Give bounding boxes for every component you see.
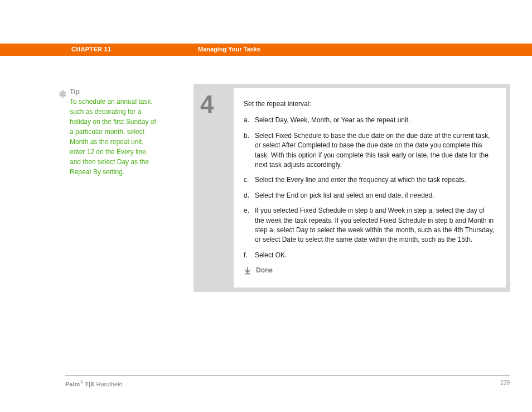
list-item: a. Select Day, Week, Month, or Year as t… bbox=[244, 116, 496, 125]
list-text: Select Fixed Schedule to base the due da… bbox=[255, 131, 496, 170]
step-list: a. Select Day, Week, Month, or Year as t… bbox=[244, 116, 496, 260]
list-marker: d. bbox=[244, 191, 255, 200]
tip-body: To schedule an annual task, such as deco… bbox=[60, 97, 157, 177]
document-page: CHAPTER 11 Managing Your Tasks ✱ Tip To … bbox=[0, 0, 532, 412]
footer-left: Palm® T|X Handheld bbox=[65, 380, 123, 387]
done-row: Done bbox=[244, 266, 496, 275]
tip-label: Tip bbox=[60, 87, 157, 97]
list-text: Select the Every line and enter the freq… bbox=[255, 175, 496, 185]
step-number: 4 bbox=[200, 90, 227, 118]
list-item: e. If you selected Fixed Schedule in ste… bbox=[244, 206, 496, 245]
footer-brand: Palm bbox=[65, 381, 80, 387]
step-content: Set the repeat interval: a. Select Day, … bbox=[234, 88, 506, 288]
arrow-down-bar-icon bbox=[244, 267, 252, 275]
footer-divider bbox=[65, 375, 510, 376]
asterisk-icon: ✱ bbox=[59, 87, 67, 102]
list-marker: b. bbox=[244, 131, 255, 170]
list-item: d. Select the End on pick list and selec… bbox=[244, 191, 496, 200]
list-text: Select Day, Week, Month, or Year as the … bbox=[255, 116, 496, 125]
list-item: f. Select OK. bbox=[244, 251, 496, 260]
step-heading: Set the repeat interval: bbox=[244, 99, 496, 109]
tip-callout: ✱ Tip To schedule an annual task, such a… bbox=[60, 87, 157, 177]
page-number: 239 bbox=[500, 380, 510, 386]
list-text: Select the End on pick list and select a… bbox=[255, 191, 496, 200]
step-panel: 4 Set the repeat interval: a. Select Day… bbox=[194, 84, 510, 292]
list-marker: f. bbox=[244, 251, 255, 260]
list-marker: a. bbox=[244, 116, 255, 125]
list-item: b. Select Fixed Schedule to base the due… bbox=[244, 131, 496, 170]
done-label: Done bbox=[256, 266, 273, 275]
footer-suffix: Handheld bbox=[94, 381, 122, 387]
chapter-title: Managing Your Tasks bbox=[198, 46, 260, 52]
footer-model: T|X bbox=[83, 381, 94, 387]
list-marker: e. bbox=[244, 206, 255, 245]
chapter-header-bar: CHAPTER 11 Managing Your Tasks bbox=[0, 44, 532, 56]
chapter-label: CHAPTER 11 bbox=[71, 46, 111, 52]
list-text: Select OK. bbox=[255, 251, 496, 260]
list-marker: c. bbox=[244, 175, 255, 185]
list-item: c. Select the Every line and enter the f… bbox=[244, 175, 496, 185]
list-text: If you selected Fixed Schedule in step b… bbox=[255, 206, 496, 245]
